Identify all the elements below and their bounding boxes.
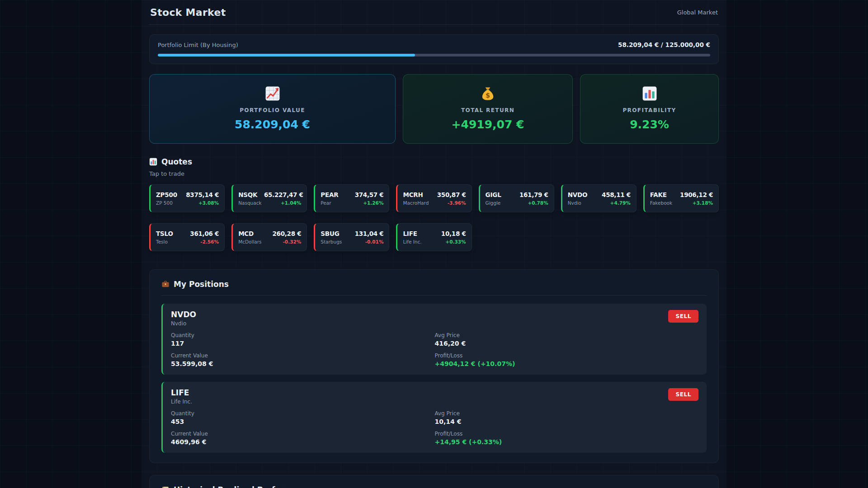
quote-price: 131,04 € xyxy=(355,230,384,237)
quote-change: +0.78% xyxy=(519,200,548,206)
quote-company-name: Nasquack xyxy=(238,200,260,206)
stat-label: PROFITABILITY xyxy=(623,107,676,113)
quote-symbol: SBUG xyxy=(321,230,342,237)
sell-button[interactable]: SELL xyxy=(668,388,698,401)
portfolio-limit-label: Portfolio Limit (By Housing) xyxy=(158,42,238,48)
positions-title: My Positions xyxy=(161,280,707,289)
quote-card[interactable]: SBUG Starbugs 131,04 € -0.01% xyxy=(314,223,389,251)
quote-symbol: FAKE xyxy=(650,191,672,198)
quote-company-name: Nvdio xyxy=(568,200,588,206)
position-current-value: Current Value 4609,96 € xyxy=(171,431,435,446)
avg-price-label: Avg Price xyxy=(435,410,699,417)
quote-card[interactable]: TSLO Teslo 361,06 € -2.56% xyxy=(149,223,225,251)
quote-change: +0.33% xyxy=(441,239,466,244)
quote-company-name: Fakebook xyxy=(650,200,672,206)
quote-price: 161,79 € xyxy=(519,191,548,198)
quantity-value: 117 xyxy=(171,340,435,347)
quote-price: 8375,14 € xyxy=(186,191,219,198)
quote-symbol: NVDO xyxy=(568,191,588,198)
history-title-text: Historical Realized Performance xyxy=(174,485,312,488)
avg-price-value: 10,14 € xyxy=(435,418,699,425)
portfolio-limit-progress-fill xyxy=(158,54,415,56)
quote-symbol: TSLO xyxy=(156,230,173,237)
position-company-name: Nvdio xyxy=(171,320,196,327)
stat-value: 58.209,04 € xyxy=(235,118,310,131)
stat-card-portfolio-value: PORTFOLIO VALUE 58.209,04 € xyxy=(149,74,396,144)
avg-price-value: 416,20 € xyxy=(435,340,699,347)
quantity-label: Quantity xyxy=(171,410,435,417)
quote-symbol: PEAR xyxy=(321,191,338,198)
quote-company-name: MacroHard xyxy=(403,200,429,206)
page-title: Stock Market xyxy=(150,7,226,18)
quote-change: +4.79% xyxy=(602,200,631,206)
stat-value: 9.23% xyxy=(630,118,669,131)
quote-change: -0.32% xyxy=(272,239,301,244)
stat-card-profitability: PROFITABILITY 9.23% xyxy=(580,74,719,144)
quote-card[interactable]: NSQK Nasquack 65.227,47 € +1.04% xyxy=(231,184,307,212)
quote-change: -0.01% xyxy=(355,239,384,244)
stat-label: TOTAL RETURN xyxy=(461,107,514,113)
stat-label: PORTFOLIO VALUE xyxy=(240,107,305,113)
quote-symbol: LIFE xyxy=(403,230,421,237)
position-symbol: NVDO xyxy=(171,310,196,319)
avg-price-label: Avg Price xyxy=(435,332,699,338)
quote-symbol: MCD xyxy=(238,230,261,237)
quote-card[interactable]: PEAR Pear 374,57 € +1.26% xyxy=(314,184,389,212)
quote-company-name: McDollars xyxy=(238,239,261,244)
quote-card[interactable]: MCD McDollars 260,28 € -0.32% xyxy=(231,223,307,251)
quotes-title: Quotes xyxy=(149,157,719,166)
header: Stock Market Global Market xyxy=(149,0,719,25)
app-column: Stock Market Global Market Portfolio Lim… xyxy=(142,0,726,488)
sell-button[interactable]: SELL xyxy=(668,310,698,323)
position-avg-price: Avg Price 416,20 € xyxy=(435,332,699,347)
quote-change: -2.56% xyxy=(190,239,219,244)
quote-price: 10,18 € xyxy=(441,230,466,237)
quote-company-name: ZP 500 xyxy=(156,200,177,206)
line-chart-icon xyxy=(265,86,280,101)
position-card: LIFE Life Inc. SELL Quantity 453 Avg Pri… xyxy=(161,382,707,453)
quantity-label: Quantity xyxy=(171,332,435,338)
position-quantity: Quantity 117 xyxy=(171,332,435,347)
portfolio-limit-card: Portfolio Limit (By Housing) 58.209,04 €… xyxy=(149,34,719,64)
quote-card[interactable]: GIGL Giggle 161,79 € +0.78% xyxy=(479,184,554,212)
position-profit-loss: Profit/Loss +4904,12 € (+10.07%) xyxy=(435,352,699,367)
bar-chart-icon xyxy=(149,158,157,166)
portfolio-limit-progress-track xyxy=(158,54,710,56)
positions-panel: My Positions NVDO Nvdio SELL Quantity 11… xyxy=(149,269,719,463)
stats-row: PORTFOLIO VALUE 58.209,04 € $ TOTAL RETU… xyxy=(149,74,719,144)
history-title: Historical Realized Performance xyxy=(161,485,707,488)
current-value-label: Current Value xyxy=(171,431,435,437)
bar-chart-icon xyxy=(642,86,657,101)
quote-company-name: Teslo xyxy=(156,239,173,244)
quote-company-name: Starbugs xyxy=(321,239,342,244)
position-current-value: Current Value 53.599,08 € xyxy=(171,352,435,367)
quote-change: -3.96% xyxy=(437,200,466,206)
quote-price: 1906,12 € xyxy=(680,191,713,198)
profit-loss-label: Profit/Loss xyxy=(435,352,699,359)
quotes-subtitle: Tap to trade xyxy=(149,170,719,177)
quote-card[interactable]: MCRH MacroHard 350,87 € -3.96% xyxy=(396,184,472,212)
quote-card[interactable]: LIFE Life Inc. 10,18 € +0.33% xyxy=(396,223,472,251)
quote-company-name: Giggle xyxy=(486,200,501,206)
quote-card[interactable]: ZP500 ZP 500 8375,14 € +3.08% xyxy=(149,184,225,212)
quote-price: 350,87 € xyxy=(437,191,466,198)
profit-loss-value: +4904,12 € (+10.07%) xyxy=(435,360,699,367)
profit-loss-value: +14,95 € (+0.33%) xyxy=(435,438,699,446)
positions-title-text: My Positions xyxy=(174,280,229,289)
current-value-value: 4609,96 € xyxy=(171,438,435,446)
quote-card[interactable]: NVDO Nvdio 458,11 € +4.79% xyxy=(561,184,637,212)
quotes-grid: ZP500 ZP 500 8375,14 € +3.08% NSQK Nasqu… xyxy=(149,184,719,251)
portfolio-limit-value: 58.209,04 € / 125.000,00 € xyxy=(618,41,710,48)
quote-change: +3.08% xyxy=(186,200,219,206)
current-value-label: Current Value xyxy=(171,352,435,359)
quote-price: 361,06 € xyxy=(190,230,219,237)
quote-symbol: GIGL xyxy=(486,191,501,198)
position-profit-loss: Profit/Loss +14,95 € (+0.33%) xyxy=(435,431,699,446)
quote-change: +1.04% xyxy=(264,200,301,206)
divider xyxy=(161,295,707,296)
quote-card[interactable]: FAKE Fakebook 1906,12 € +3.18% xyxy=(643,184,719,212)
money-bag-icon: $ xyxy=(480,86,495,101)
quote-symbol: ZP500 xyxy=(156,191,177,198)
quote-company-name: Pear xyxy=(321,200,338,206)
quote-company-name: Life Inc. xyxy=(403,239,421,244)
